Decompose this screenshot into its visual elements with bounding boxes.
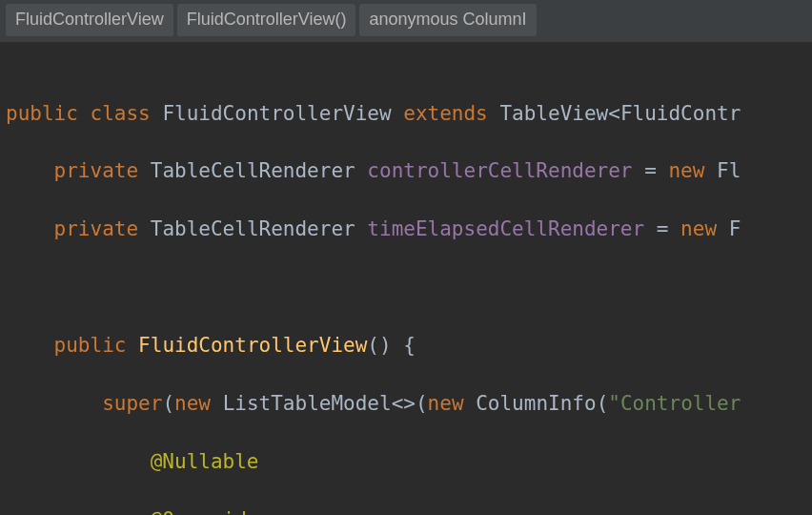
blank-line [0, 273, 812, 301]
equals: = [657, 217, 669, 240]
brace-open: { [403, 334, 416, 357]
keyword-new: new [668, 159, 704, 182]
annotation-override: @Override [151, 508, 259, 515]
annotation-nullable: @Nullable [151, 450, 259, 473]
paren-open: ( [416, 392, 428, 415]
partial-type: Fl [717, 159, 741, 182]
breadcrumb-anon[interactable]: anonymous ColumnI [359, 4, 536, 36]
field-name: timeElapsedCellRenderer [367, 217, 644, 240]
field-name: controllerCellRenderer [367, 159, 632, 182]
code-line: @Nullable [0, 447, 812, 476]
type: ColumnInfo [476, 392, 596, 415]
type: TableCellRenderer [151, 159, 355, 182]
breadcrumb-ctor[interactable]: FluidControllerView() [177, 4, 356, 36]
breadcrumb-bar: FluidControllerView FluidControllerView(… [0, 0, 812, 43]
keyword-new: new [428, 392, 464, 415]
code-editor[interactable]: public class FluidControllerView extends… [0, 43, 812, 515]
breadcrumb-class[interactable]: FluidControllerView [6, 4, 173, 36]
keyword-extends: extends [403, 102, 488, 125]
class-name: FluidControllerView [162, 102, 391, 125]
code-line: @Override [0, 505, 812, 515]
equals: = [644, 159, 657, 182]
keyword-public: public [6, 102, 78, 125]
code-line: private TableCellRenderer controllerCell… [0, 156, 812, 185]
parens: () [367, 334, 391, 357]
diamond: <> [392, 392, 416, 415]
code-line: public class FluidControllerView extends… [0, 99, 812, 128]
constructor-name: FluidControllerView [138, 334, 367, 357]
keyword-class: class [91, 102, 151, 125]
angle-open: < [608, 102, 620, 125]
code-line: private TableCellRenderer timeElapsedCel… [0, 215, 812, 243]
generic-arg: FluidContr [620, 102, 741, 125]
type: ListTableModel [223, 392, 392, 415]
keyword-new: new [174, 392, 211, 415]
keyword-super: super [102, 392, 162, 415]
string-literal: "Controller [608, 392, 741, 415]
keyword-private: private [54, 159, 139, 182]
code-line: super(new ListTableModel<>(new ColumnInf… [0, 389, 812, 418]
partial-type: F [729, 217, 741, 240]
paren-open: ( [597, 392, 609, 415]
keyword-public: public [54, 334, 127, 357]
paren-open: ( [162, 392, 174, 415]
keyword-new: new [680, 217, 717, 240]
super-type: TableView [499, 102, 608, 125]
code-line: public FluidControllerView() { [0, 331, 812, 360]
keyword-private: private [54, 217, 139, 240]
type: TableCellRenderer [151, 217, 355, 240]
